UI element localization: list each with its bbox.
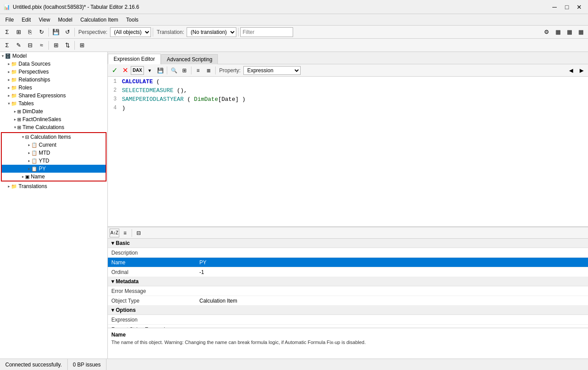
grid-icon-3[interactable]: ▦ bbox=[576, 27, 586, 37]
dax-btn[interactable]: DAX bbox=[131, 66, 144, 75]
script-icon[interactable]: ⊞ bbox=[77, 41, 87, 50]
tree-item[interactable]: ▸📁Shared Expressions bbox=[0, 92, 107, 100]
status-connected: Connected successfully. bbox=[0, 359, 68, 370]
separator-1 bbox=[48, 28, 49, 37]
sum-icon[interactable]: Σ bbox=[2, 27, 12, 37]
prop-value: PY bbox=[196, 259, 588, 266]
edit-icon[interactable]: ✎ bbox=[13, 41, 24, 50]
tree-item[interactable]: ▸⊞DimDate bbox=[0, 107, 107, 115]
tree-item[interactable]: ▾⊟Calculation Items bbox=[2, 133, 106, 141]
refresh-icon[interactable]: ↻ bbox=[36, 27, 47, 37]
search-icon[interactable]: 🔍 bbox=[169, 66, 179, 75]
measure-icon[interactable]: ≈ bbox=[36, 41, 47, 50]
code-editor[interactable]: 1CALCULATE (2 SELECTEDMEASURE (),3 SAMEP… bbox=[108, 77, 588, 226]
prop-row[interactable]: Format String Expression bbox=[108, 325, 588, 328]
props-section-header[interactable]: ▾Basic bbox=[108, 239, 588, 248]
column-icon[interactable]: ⊞ bbox=[51, 41, 61, 50]
menu-model[interactable]: Model bbox=[55, 16, 76, 24]
props-filter-icon[interactable]: ⊟ bbox=[134, 229, 143, 237]
align-right-icon[interactable]: ≣ bbox=[204, 66, 213, 75]
sort-icon[interactable]: ⇅ bbox=[62, 41, 73, 50]
line-number: 3 bbox=[108, 96, 120, 102]
tree-item-label: Translations bbox=[18, 183, 47, 189]
tree-item[interactable]: ▾🗄️Model bbox=[0, 52, 107, 60]
grid-icon-2[interactable]: ▦ bbox=[564, 27, 575, 37]
accept-icon[interactable]: ✓ bbox=[110, 66, 119, 75]
section-name: Options bbox=[116, 307, 136, 313]
menu-calculation-item[interactable]: Calculation Item bbox=[77, 16, 122, 24]
sort-icon[interactable]: ≡ bbox=[120, 229, 130, 237]
prop-name: Expression bbox=[108, 316, 196, 324]
tree-item[interactable]: ▸📁Relationships bbox=[0, 76, 107, 84]
tree-item-label: Time Calculations bbox=[22, 124, 64, 130]
line-number: 1 bbox=[108, 78, 120, 85]
expand-arrow: ▾ bbox=[2, 54, 4, 58]
prop-name: Error Message bbox=[108, 287, 196, 295]
save-formula-icon[interactable]: 💾 bbox=[155, 66, 165, 75]
align-left-icon[interactable]: ≡ bbox=[193, 66, 203, 75]
tree-item[interactable]: ▾📁Tables bbox=[0, 100, 107, 107]
expand-arrow: ▸ bbox=[28, 151, 30, 155]
line-number: 2 bbox=[108, 87, 120, 93]
undo-icon[interactable]: ↺ bbox=[62, 27, 73, 37]
section-expand-icon: ▾ bbox=[111, 240, 114, 246]
menu-tools[interactable]: Tools bbox=[123, 16, 142, 24]
props-section-header[interactable]: ▾Metadata bbox=[108, 277, 588, 286]
filter-input[interactable] bbox=[240, 27, 293, 37]
prop-row[interactable]: Error Message bbox=[108, 286, 588, 296]
sort-az-icon[interactable]: A↕Z bbox=[110, 229, 119, 237]
menu-file[interactable]: File bbox=[2, 16, 17, 24]
partition-icon[interactable]: ⊟ bbox=[25, 41, 35, 50]
expand-arrow: ▸ bbox=[8, 70, 10, 74]
prop-row[interactable]: NamePY bbox=[108, 258, 588, 267]
tree-item[interactable]: ▾⊞Time Calculations bbox=[0, 123, 107, 131]
expand-arrow: ▸ bbox=[8, 85, 10, 90]
props-section-header[interactable]: ▾Options bbox=[108, 306, 588, 315]
prop-value: -1 bbox=[196, 268, 588, 276]
prop-row[interactable]: Ordinal-1 bbox=[108, 267, 588, 277]
tree-item[interactable]: ▸📁Data Sources bbox=[0, 60, 107, 68]
prop-row[interactable]: Expression bbox=[108, 315, 588, 325]
filter-icon[interactable]: ⚙ bbox=[541, 27, 552, 37]
translation-select[interactable]: (No translation) bbox=[187, 27, 236, 37]
menu-edit[interactable]: Edit bbox=[18, 16, 34, 24]
tree-item[interactable]: ▸📁Translations bbox=[0, 182, 107, 190]
save-icon[interactable]: 💾 bbox=[51, 27, 61, 37]
title-bar: 📊 Untitled.pbix (localhost:58583)* - Tab… bbox=[0, 0, 588, 14]
close-button[interactable]: ✕ bbox=[574, 2, 584, 12]
calc-icon[interactable]: Σ bbox=[2, 41, 12, 50]
property-select[interactable]: Expression bbox=[243, 66, 301, 75]
tree-item[interactable]: ▸📁Perspectives bbox=[0, 68, 107, 76]
tree-item[interactable]: ▸📋YTD bbox=[2, 157, 106, 165]
menu-view[interactable]: View bbox=[35, 16, 54, 24]
tree-item[interactable]: ▸📁Roles bbox=[0, 84, 107, 92]
table-icon[interactable]: ⊞ bbox=[13, 27, 24, 37]
tree-item[interactable]: ▸📋Current bbox=[2, 141, 106, 149]
tree-container: ▾🗄️Model▸📁Data Sources▸📁Perspectives▸📁Re… bbox=[0, 52, 107, 190]
prop-row[interactable]: Object TypeCalculation Item bbox=[108, 296, 588, 306]
forward-icon[interactable]: ▶ bbox=[577, 66, 586, 75]
tab-expression-editor[interactable]: Expression Editor bbox=[108, 54, 161, 64]
tree-item[interactable]: ▸⊞FactOnlineSales bbox=[0, 115, 107, 123]
reject-icon[interactable]: ✕ bbox=[120, 66, 130, 75]
main-content: ▾🗄️Model▸📁Data Sources▸📁Perspectives▸📁Re… bbox=[0, 52, 588, 359]
tree-item-icon: ▣ bbox=[25, 174, 29, 180]
tree-item-label: Relationships bbox=[18, 77, 50, 83]
format-icon[interactable]: ⊞ bbox=[180, 66, 189, 75]
tab-advanced-scripting[interactable]: Advanced Scripting bbox=[161, 54, 218, 64]
tree-item-icon: 📋 bbox=[31, 158, 37, 164]
prop-row[interactable]: Description bbox=[108, 248, 588, 258]
maximize-button[interactable]: □ bbox=[562, 2, 572, 12]
tree-item[interactable]: ▸▣Name bbox=[2, 173, 106, 181]
tree-item[interactable]: ▸📋MTD bbox=[2, 149, 106, 157]
grid-icon-1[interactable]: ▦ bbox=[553, 27, 563, 37]
prop-name: Name bbox=[108, 259, 196, 266]
perspective-select[interactable]: (All objects) bbox=[110, 27, 151, 37]
back-icon[interactable]: ◀ bbox=[566, 66, 576, 75]
minimize-button[interactable]: ─ bbox=[549, 2, 560, 12]
expand-arrow: ▸ bbox=[28, 143, 30, 147]
tree-item-icon: 📋 bbox=[31, 150, 37, 156]
tree-item[interactable]: ▸📋PY bbox=[2, 165, 106, 173]
hierarchy-icon[interactable]: ⎘ bbox=[25, 27, 35, 37]
dax-dropdown[interactable]: ▾ bbox=[145, 66, 154, 75]
